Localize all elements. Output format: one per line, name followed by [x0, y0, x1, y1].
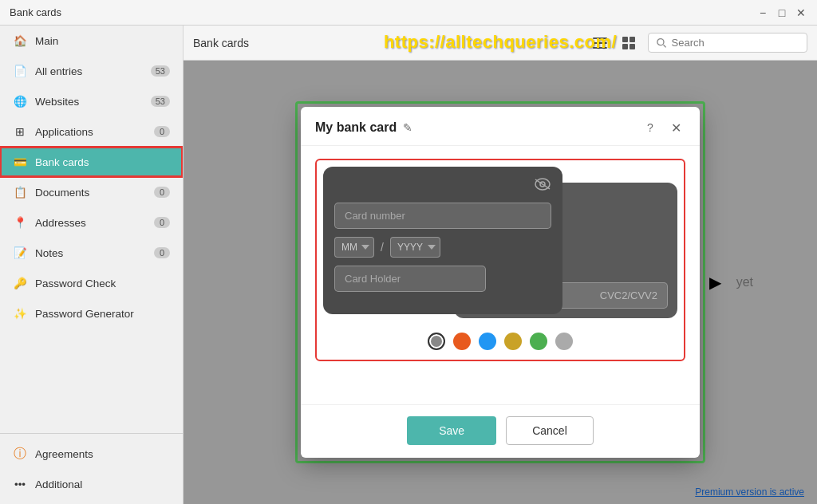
svg-rect-4 — [630, 37, 635, 42]
card-expiry-row: MM 010203 040506 070809 101112 / — [334, 237, 551, 258]
sidebar-item-documents[interactable]: 📋 Documents 0 — [0, 177, 183, 207]
dots-icon: ••• — [13, 477, 27, 491]
titlebar-controls: − □ ✕ — [756, 6, 807, 19]
topbar: Bank cards — [184, 26, 817, 61]
sidebar-item-label: Agreements — [35, 448, 93, 460]
sidebar-item-password-check[interactable]: 🔑 Password Check — [0, 268, 183, 298]
sidebar-item-password-generator[interactable]: ✨ Password Generator — [0, 298, 183, 329]
card-front: Card number MM 010203 040506 070809 — [323, 167, 562, 314]
sidebar-item-label: Websites — [35, 96, 79, 108]
sidebar-item-label: Bank cards — [35, 156, 89, 168]
close-button[interactable]: ✕ — [795, 6, 807, 19]
sidebar-item-additional[interactable]: ••• Additional — [0, 469, 183, 499]
globe-icon: 🌐 — [13, 94, 27, 108]
sidebar-item-main[interactable]: 🏠 Main — [0, 26, 183, 56]
svg-rect-3 — [622, 37, 628, 42]
search-box[interactable] — [648, 33, 807, 53]
note-icon: 📝 — [13, 246, 27, 260]
save-button[interactable]: Save — [407, 416, 496, 445]
wand-icon: ✨ — [13, 306, 27, 321]
card-preview-wrapper: CVC2/CVV2 — [315, 159, 685, 361]
card-holder-placeholder: Card Holder — [345, 273, 401, 285]
card-icon: 💳 — [13, 155, 27, 169]
sidebar-item-bank-cards[interactable]: 💳 Bank cards — [0, 147, 183, 177]
sidebar-item-notes[interactable]: 📝 Notes 0 — [0, 238, 183, 268]
home-icon: 🏠 — [13, 33, 27, 48]
card-number-placeholder: Card number — [345, 210, 405, 222]
sidebar-item-label: Notes — [35, 247, 63, 259]
sidebar-item-all-entries[interactable]: 📄 All entries 53 — [0, 56, 183, 86]
sidebar-item-label: All entries — [35, 65, 82, 77]
color-swatch-green[interactable] — [530, 333, 547, 350]
minimize-button[interactable]: − — [756, 6, 769, 19]
sidebar: 🏠 Main 📄 All entries 53 🌐 Websites 53 ⊞ … — [0, 26, 184, 504]
sidebar-bottom: ⓘ Agreements ••• Additional — [0, 433, 183, 504]
sidebar-item-applications[interactable]: ⊞ Applications 0 — [0, 116, 183, 147]
doc-icon: 📋 — [13, 185, 27, 199]
modal-footer: Save Cancel — [301, 404, 700, 458]
info-icon: ⓘ — [13, 447, 27, 461]
card-number-field[interactable]: Card number — [334, 203, 551, 229]
sidebar-item-label: Password Generator — [35, 308, 134, 320]
notes-badge: 0 — [154, 247, 170, 258]
pin-icon: 📍 — [13, 215, 27, 230]
modal-wrapper: My bank card ✎ ? ✕ — [295, 101, 705, 463]
documents-badge: 0 — [154, 187, 170, 198]
modal-header: My bank card ✎ ? ✕ — [301, 107, 700, 146]
applications-badge: 0 — [154, 126, 170, 137]
edit-icon[interactable]: ✎ — [403, 121, 412, 134]
maximize-button[interactable]: □ — [776, 6, 788, 19]
month-select[interactable]: MM 010203 040506 070809 101112 — [334, 237, 374, 258]
websites-badge: 53 — [151, 96, 170, 107]
svg-rect-6 — [630, 44, 635, 49]
modal-title: My bank card — [315, 120, 397, 135]
color-swatches — [323, 326, 677, 353]
key-icon: 🔑 — [13, 276, 27, 290]
svg-point-7 — [657, 38, 664, 45]
titlebar-title: Bank cards — [10, 6, 756, 18]
color-swatch-orange[interactable] — [453, 333, 471, 350]
search-input[interactable] — [672, 37, 799, 49]
all-entries-badge: 53 — [151, 65, 170, 77]
grid-view-icon[interactable] — [618, 32, 640, 54]
modal-close-button[interactable]: ✕ — [666, 118, 685, 137]
sidebar-item-label: Applications — [35, 126, 93, 138]
svg-rect-1 — [593, 42, 607, 44]
sidebar-item-addresses[interactable]: 📍 Addresses 0 — [0, 207, 183, 238]
cvc-field-back: CVC2/CVV2 — [556, 282, 668, 309]
svg-rect-5 — [622, 44, 628, 49]
addresses-badge: 0 — [154, 217, 170, 228]
year-select[interactable]: YYYY 202420252026 202720282029 2030 — [390, 237, 440, 258]
content-area: yet ▶ Premium version is active My bank … — [184, 61, 817, 504]
card-visual-container: CVC2/CVV2 — [323, 167, 677, 326]
sidebar-item-label: Addresses — [35, 217, 86, 229]
grid-icon: ⊞ — [13, 124, 27, 139]
color-swatch-gray[interactable] — [428, 333, 445, 350]
svg-rect-0 — [593, 37, 607, 39]
svg-line-8 — [664, 45, 666, 47]
list-view-icon[interactable] — [589, 32, 611, 54]
color-swatch-lightgray[interactable] — [555, 333, 573, 350]
main-area: https://alltechqueries.com/ Bank cards y… — [184, 26, 817, 504]
slash-divider: / — [381, 241, 384, 254]
color-swatch-gold[interactable] — [504, 333, 522, 350]
sidebar-item-label: Additional — [35, 478, 82, 490]
app-layout: 🏠 Main 📄 All entries 53 🌐 Websites 53 ⊞ … — [0, 26, 817, 504]
eye-slash-icon[interactable] — [534, 178, 551, 195]
search-icon — [657, 37, 667, 49]
topbar-title: Bank cards — [193, 37, 249, 49]
modal-overlay: My bank card ✎ ? ✕ — [184, 61, 817, 504]
sidebar-item-agreements[interactable]: ⓘ Agreements — [0, 439, 183, 469]
help-button[interactable]: ? — [641, 118, 660, 137]
sidebar-item-label: Documents — [35, 187, 89, 199]
sidebar-item-label: Password Check — [35, 278, 116, 289]
svg-rect-2 — [593, 47, 607, 49]
card-front-top — [334, 178, 551, 195]
sidebar-item-websites[interactable]: 🌐 Websites 53 — [0, 86, 183, 116]
cancel-button[interactable]: Cancel — [506, 416, 594, 445]
card-holder-field[interactable]: Card Holder — [334, 266, 486, 292]
modal-body: CVC2/CVV2 — [301, 146, 700, 404]
titlebar: Bank cards − □ ✕ — [0, 0, 817, 26]
sidebar-item-label: Main — [35, 35, 58, 47]
color-swatch-blue[interactable] — [479, 333, 496, 350]
